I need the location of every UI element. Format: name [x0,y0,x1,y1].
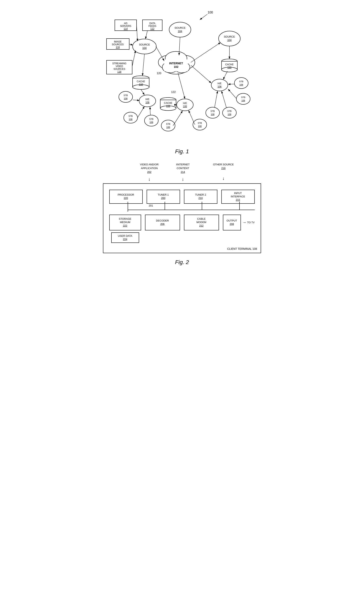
svg-text:STB: STB [227,110,231,112]
svg-text:108: 108 [228,113,231,116]
svg-text:108: 108 [241,99,245,102]
svg-text:106: 106 [145,101,149,104]
svg-point-42 [139,95,156,107]
svg-text:SOURCES: SOURCES [112,43,124,46]
storage-column: STORAGE MEDIUM 222 USER DATA 224 [109,215,141,243]
svg-text:CACHE: CACHE [225,63,234,66]
svg-line-88 [191,42,221,62]
svg-text:116: 116 [116,46,120,49]
svg-text:108: 108 [166,126,170,128]
svg-text:104: 104 [142,46,147,49]
svg-text:110: 110 [227,66,231,69]
arrow-down-internet: ↓ [182,177,184,182]
svg-text:STB: STB [210,110,215,112]
svg-line-70 [178,73,185,99]
svg-point-104 [236,93,250,104]
svg-text:CACHE: CACHE [164,102,172,104]
svg-line-111 [221,91,226,108]
page: 100 INTERNET 102 AD SERVERS 114 DATA FEE… [91,0,273,281]
svg-text:110: 110 [139,83,143,86]
svg-text:110: 110 [166,105,170,108]
client-terminal-box: PROCESSOR 220 TUNER 1 200 TUNER 2 210 IN… [103,183,261,253]
svg-point-100 [234,78,248,89]
svg-text:SOURCE: SOURCE [174,26,186,29]
svg-text:STB: STB [198,122,202,124]
fig1-label: Fig. 1 [103,148,261,155]
arrow-right-icon: → [243,220,247,225]
svg-line-35 [129,44,133,45]
svg-text:104: 104 [178,30,182,33]
svg-text:DATA: DATA [149,22,155,25]
svg-line-33 [137,25,138,41]
svg-line-115 [215,91,218,107]
svg-point-77 [161,120,175,131]
label-internet-content: IINTERNETCONTENT214 ↓ [170,162,196,182]
fig2-label: Fig. 2 [103,259,261,265]
svg-line-34 [145,31,147,39]
to-tv-label: TO TV [247,221,255,224]
svg-line-80 [173,111,182,126]
svg-text:STB: STB [166,123,170,125]
svg-point-108 [222,107,236,118]
svg-text:STB: STB [124,94,128,96]
svg-line-3 [200,14,207,20]
svg-text:STB: STB [239,80,243,83]
svg-point-49 [119,91,133,102]
svg-text:INTERNET: INTERNET [169,62,183,65]
svg-text:STB: STB [241,96,245,98]
svg-text:H/E: H/E [218,82,221,85]
svg-line-107 [228,89,236,98]
label-other-source: OTHER SOURCE216 ↓ [211,162,236,181]
svg-line-36 [132,50,136,66]
svg-text:H/E: H/E [145,98,149,101]
svg-point-95 [211,79,228,91]
svg-point-66 [177,99,193,111]
svg-text:STREAMING: STREAMING [112,62,126,65]
svg-text:108: 108 [198,125,202,127]
svg-text:FEEDS: FEEDS [148,25,156,27]
storage-medium-box: STORAGE MEDIUM 222 [109,215,141,230]
arrow-down-video: ↓ [148,177,150,182]
svg-text:102: 102 [174,65,178,68]
svg-text:108: 108 [150,121,153,123]
output-box: OUTPUT 208 [223,215,241,230]
svg-text:IMAGE: IMAGE [114,40,122,43]
svg-text:108: 108 [239,83,243,86]
svg-text:108: 108 [129,118,132,121]
svg-text:SOURCES: SOURCES [113,68,125,70]
ref-201-label: 201 [149,204,153,207]
svg-text:114: 114 [124,27,128,30]
svg-text:SOURCE: SOURCE [139,43,150,46]
svg-text:CACHE: CACHE [137,80,145,83]
svg-text:AD: AD [124,22,128,25]
svg-line-99 [191,65,211,83]
svg-text:106: 106 [183,105,187,108]
label-video-app: VIDEO AND/ORAPPLICATION202 ↓ [138,162,161,182]
processor-box: PROCESSOR 220 [109,190,143,204]
svg-point-81 [193,119,207,130]
svg-text:106: 106 [218,85,221,88]
svg-text:104: 104 [227,39,232,41]
fig1-svg: 100 INTERNET 102 AD SERVERS 114 DATA FEE… [103,8,261,146]
svg-text:108: 108 [211,113,214,116]
output-row: OUTPUT 208 → TO TV [223,215,255,230]
svg-line-61 [150,107,150,115]
svg-text:100: 100 [208,11,213,14]
arrow-down-other: ↓ [222,176,224,181]
svg-text:118: 118 [117,70,121,73]
svg-line-84 [189,110,195,125]
decoder-box: DECODER 206 [145,215,180,230]
client-terminal-label: CLIENT TERMINAL 108 [227,247,257,250]
svg-line-98 [223,71,227,80]
svg-text:STB: STB [129,115,133,117]
svg-point-54 [124,112,138,123]
svg-text:SOURCE: SOURCE [224,35,235,38]
svg-text:108: 108 [124,97,128,100]
to-tv: → TO TV [243,220,255,225]
fig1-diagram: 100 INTERNET 102 AD SERVERS 114 DATA FEE… [103,8,261,146]
cable-modem-box: CABLE MODEM 212 [184,215,219,230]
input-interface-box: INPUT INTERFACE 215 [221,190,255,204]
svg-text:VIDEO: VIDEO [116,65,123,68]
svg-text:SERVERS: SERVERS [120,25,131,27]
user-data-box: USER DATA 224 [111,232,139,243]
